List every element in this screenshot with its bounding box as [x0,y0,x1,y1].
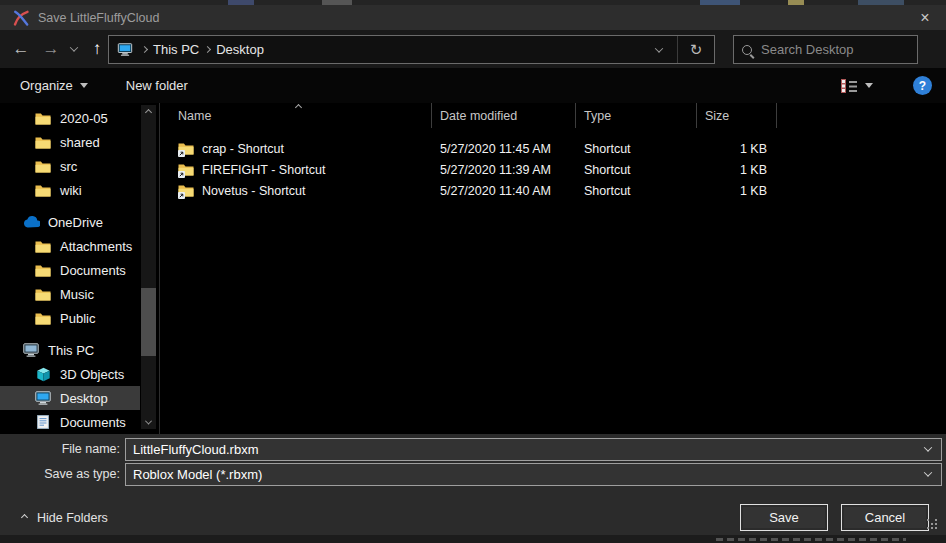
folder-icon [34,184,52,197]
sidebar-item-3d-objects[interactable]: 3D Objects [0,362,140,386]
search-box[interactable] [733,35,918,64]
folder-icon [34,264,52,277]
folder-icon [34,312,52,325]
sidebar-item-documents-pc[interactable]: Documents [0,410,140,434]
chevron-down-icon [80,83,88,88]
back-icon: ← [13,39,30,59]
window-title: Save LittleFluffyCloud [38,11,159,25]
file-row-novetus-shortcut[interactable]: Novetus - Shortcut 5/27/2020 11:40 AM Sh… [160,180,946,201]
navigation-bar: ← → ↑ This PC Desktop ↻ [0,30,946,68]
folder-icon [34,160,52,173]
help-button[interactable]: ? [913,76,932,95]
address-dropdown-button[interactable] [641,36,677,63]
change-view-button[interactable] [835,75,879,96]
file-size: 1 KB [740,163,767,177]
save-as-type-select[interactable]: Roblox Model (*.rbxm) [125,463,942,486]
scrollbar-thumb[interactable] [141,288,156,356]
background-app-bottom-sliver [0,535,946,543]
file-row-crap-shortcut[interactable]: crap - Shortcut 5/27/2020 11:45 AM Short… [160,138,946,159]
sidebar-item-label: Music [60,287,94,302]
filename-section: File name: Save as type: Roblox Model (*… [0,434,946,500]
title-bar: Save LittleFluffyCloud × [0,5,946,30]
sidebar-item-wiki[interactable]: wiki [0,178,140,202]
address-bar[interactable]: This PC Desktop ↻ [108,35,715,64]
chevron-down-icon [924,443,932,451]
column-header-type[interactable]: Type [576,103,697,128]
resize-grip[interactable] [927,519,939,531]
folder-icon [34,136,52,149]
sidebar-item-attachments[interactable]: Attachments [0,234,140,258]
chevron-up-icon [145,108,152,115]
file-list: Name Date modified Type Size crap - Shor… [160,103,946,434]
refresh-button[interactable]: ↻ [678,36,714,63]
back-button[interactable]: ← [8,30,34,68]
desktop-monitor-icon [34,391,52,405]
chevron-down-icon [655,44,663,52]
file-name-label: File name: [0,442,120,456]
forward-icon: → [43,39,60,59]
sidebar-item-this-pc[interactable]: This PC [0,338,140,362]
column-header-date-modified[interactable]: Date modified [432,103,576,128]
onedrive-cloud-icon [22,216,40,228]
folder-shortcut-icon [178,142,195,156]
file-date: 5/27/2020 11:45 AM [440,142,551,156]
sidebar-item-documents[interactable]: Documents [0,258,140,282]
sidebar-item-music[interactable]: Music [0,282,140,306]
sidebar-item-label: 3D Objects [60,367,124,382]
chevron-down-icon [145,417,152,424]
save-as-type-label: Save as type: [0,467,120,481]
location-desktop-icon [116,43,134,56]
up-icon: ↑ [93,39,102,59]
scroll-up-button[interactable] [141,105,156,119]
file-size: 1 KB [740,142,767,156]
search-input[interactable] [761,42,937,57]
sidebar-item-2020-05[interactable]: 2020-05 [0,106,140,130]
breadcrumb-this-pc[interactable]: This PC [147,42,205,57]
sidebar-item-label: Attachments [60,239,132,254]
forward-button[interactable]: → [38,30,64,68]
new-folder-button[interactable]: New folder [118,73,196,99]
refresh-icon: ↻ [690,41,703,59]
organize-button[interactable]: Organize [12,73,96,99]
organize-label: Organize [20,78,73,93]
hide-folders-button[interactable]: Hide Folders [22,500,108,535]
column-header-size[interactable]: Size [697,103,777,128]
save-button[interactable]: Save [740,504,828,531]
breadcrumb-desktop[interactable]: Desktop [210,42,270,57]
folder-icon [34,288,52,301]
novetus-logo-icon [12,9,30,27]
file-name: FIREFIGHT - Shortcut [202,163,325,177]
close-button[interactable]: × [904,5,946,30]
hide-folders-label: Hide Folders [37,511,108,525]
scroll-down-button[interactable] [141,415,156,429]
file-date: 5/27/2020 11:39 AM [440,163,551,177]
sidebar-item-label: Documents [60,415,126,430]
sidebar-item-onedrive[interactable]: OneDrive [0,210,140,234]
up-button[interactable]: ↑ [84,30,110,68]
sidebar-item-label: shared [60,135,100,150]
sidebar-item-desktop[interactable]: Desktop [0,386,140,410]
sidebar-item-src[interactable]: src [0,154,140,178]
sidebar-item-label: OneDrive [48,215,103,230]
sidebar-item-public[interactable]: Public [0,306,140,330]
file-name: crap - Shortcut [202,142,284,156]
computer-monitor-icon [22,343,40,357]
sidebar-item-label: src [60,159,77,174]
sidebar-item-shared[interactable]: shared [0,130,140,154]
sidebar-scrollbar[interactable] [141,105,156,429]
help-icon: ? [919,79,926,93]
file-name-input[interactable] [133,442,925,457]
new-folder-label: New folder [126,78,188,93]
file-name-combobox[interactable] [125,438,942,461]
recent-locations-button[interactable] [66,30,82,68]
main-content: 2020-05 shared src wiki OneDrive Attachm… [0,103,946,434]
chevron-down-icon [865,83,873,88]
file-date: 5/27/2020 11:40 AM [440,184,551,198]
document-page-icon [34,415,52,429]
sidebar-item-label: Documents [60,263,126,278]
column-headers: Name Date modified Type Size [160,103,946,128]
file-row-firefight-shortcut[interactable]: FIREFIGHT - Shortcut 5/27/2020 11:39 AM … [160,159,946,180]
command-toolbar: Organize New folder ? [0,68,946,103]
save-dialog-window: Save LittleFluffyCloud × ← → ↑ This PC D… [0,0,946,543]
cancel-button[interactable]: Cancel [841,504,929,531]
